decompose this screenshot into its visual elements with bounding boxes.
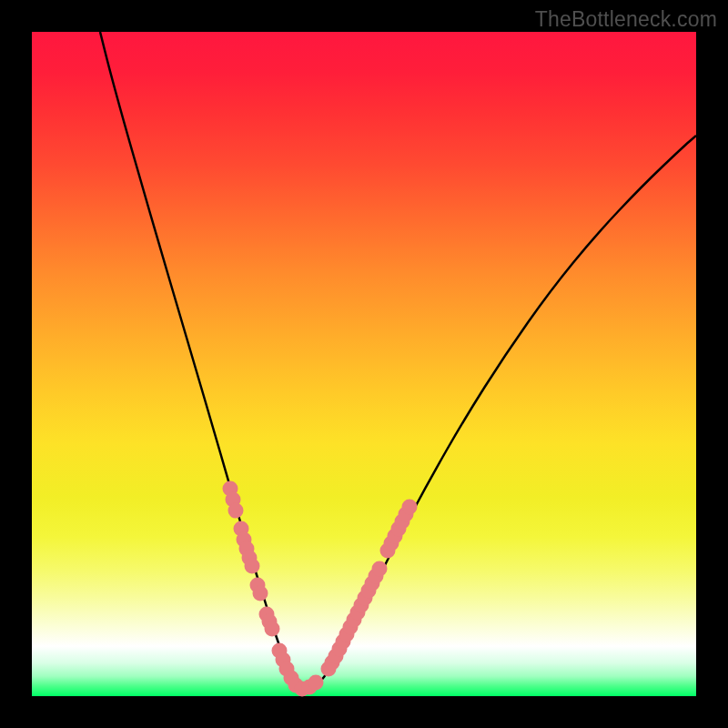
bottleneck-curve (100, 32, 696, 689)
watermark-label: TheBottleneck.com (535, 7, 717, 32)
chart-overlay (32, 32, 696, 696)
bead-marker (402, 500, 418, 515)
bead-marker (253, 586, 268, 602)
bead-marker (228, 503, 244, 519)
bead-marker (265, 622, 280, 637)
bead-marker (372, 561, 388, 577)
bead-marker (245, 559, 260, 574)
outer-frame: TheBottleneck.com (0, 0, 728, 728)
bead-marker (308, 675, 324, 691)
data-beads (223, 481, 418, 697)
